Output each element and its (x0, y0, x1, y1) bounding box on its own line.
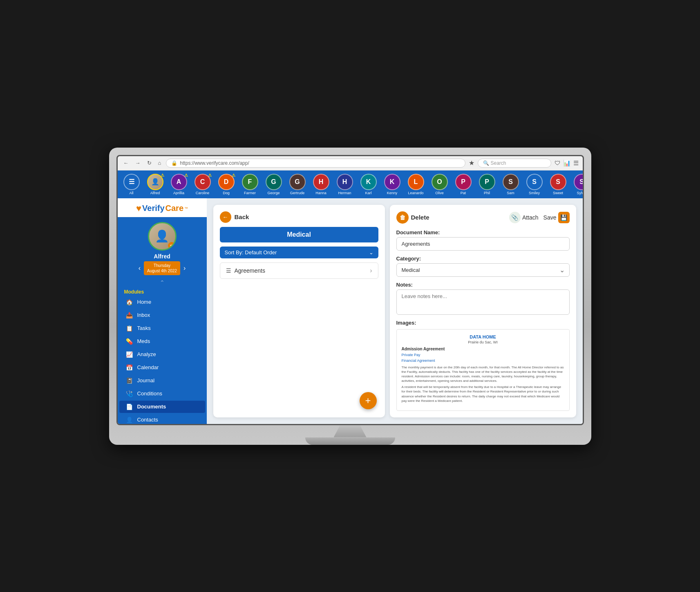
sidebar-item-contacts[interactable]: 👤 Contacts (119, 414, 205, 424)
delete-button[interactable]: 🗑 Delete (396, 211, 429, 224)
patient-bar: ☰ All 👤 Alfred A Aprillia C Caroline D (118, 170, 583, 198)
add-document-button[interactable]: + (360, 392, 377, 409)
back-nav-button[interactable]: ← (122, 159, 130, 167)
agreements-label: Agreements (235, 267, 265, 274)
sidebar-item-label: Calendar (137, 364, 159, 370)
category-select-wrap: Medical Legal Financial ⌄ (396, 263, 570, 277)
patient-pat[interactable]: P Pat (453, 174, 474, 195)
date-display: Thursday August 4th 2022 (144, 261, 180, 275)
graph-icon: 📊 (563, 159, 571, 167)
scroll-indicator: ⌃ (118, 278, 207, 287)
patient-phil[interactable]: P Phil (476, 174, 498, 195)
address-bar[interactable]: 🔒 https://www.verifycare.com/app/ (166, 159, 465, 168)
content-area: ← Back Medical Sort By: Default Order ⌄ … (207, 198, 583, 424)
sidebar-item-tasks[interactable]: 📋 Tasks (119, 322, 205, 334)
patient-dog[interactable]: D Dog (216, 174, 237, 195)
patient-sweet[interactable]: S Sweet (548, 174, 569, 195)
sidebar-item-label: Analyze (137, 351, 156, 357)
doc-section-title: Admission Agreement (402, 347, 564, 351)
doc-body: The monthly payment is due on the 20th d… (402, 365, 564, 383)
documents-icon: 📄 (126, 404, 133, 410)
sidebar-item-calendar[interactable]: 📅 Calendar (119, 361, 205, 374)
app-logo: ♥ VerifyCare™ (118, 198, 207, 217)
sidebar-item-meds[interactable]: 💊 Meds (119, 335, 205, 348)
notes-textarea[interactable] (396, 289, 570, 315)
sidebar-item-label: Meds (137, 338, 150, 344)
save-button[interactable]: Save 💾 (543, 212, 570, 223)
analyze-icon: 📈 (126, 351, 133, 358)
journal-icon: 📓 (126, 377, 133, 384)
stand-neck (334, 425, 367, 437)
patient-sylvia[interactable]: S Sylvia (571, 174, 583, 195)
profile-date-nav: ‹ Thursday August 4th 2022 › (137, 261, 188, 275)
home-button[interactable]: ⌂ (157, 159, 163, 167)
sort-button[interactable]: Sort By: Default Order ⌄ (220, 247, 378, 258)
monitor-stand (116, 425, 584, 445)
patient-hanna[interactable]: H Hanna (311, 174, 332, 195)
sidebar-item-analyze[interactable]: 📈 Analyze (119, 348, 205, 361)
bookmark-icon: ★ (469, 159, 474, 167)
sidebar-item-label: Inbox (137, 312, 150, 318)
document-name-label: Document Name: (396, 229, 570, 235)
chevron-right-icon: › (370, 267, 372, 274)
shield-icon: 🛡 (555, 159, 561, 167)
patient-george[interactable]: G George (263, 174, 284, 195)
profile-edit-icon[interactable]: ✏ (168, 242, 175, 249)
sidebar-item-conditions[interactable]: 🩺 Conditions (119, 388, 205, 400)
agreements-row[interactable]: ☰ Agreements › (220, 262, 378, 279)
sidebar-item-home[interactable]: 🏠 Home (119, 296, 205, 308)
chevron-down-icon: ⌄ (369, 249, 373, 256)
date-prev-button[interactable]: ‹ (137, 265, 142, 272)
contacts-icon: 👤 (126, 417, 133, 423)
home-icon: 🏠 (126, 299, 133, 305)
profile-avatar[interactable]: 👤 ✏ (148, 222, 177, 251)
sidebar-item-inbox[interactable]: 📥 Inbox (119, 309, 205, 321)
save-icon: 💾 (558, 212, 570, 223)
attach-button[interactable]: 📎 Attach (509, 212, 539, 223)
patient-aprillia[interactable]: A Aprillia (168, 174, 190, 195)
right-panel: 🗑 Delete 📎 Attach Save 💾 (390, 205, 576, 417)
paperclip-icon: 📎 (509, 212, 521, 223)
patient-gertrude[interactable]: G Gertrude (287, 174, 308, 195)
conditions-icon: 🩺 (126, 390, 133, 397)
refresh-button[interactable]: ↻ (145, 159, 153, 167)
category-select[interactable]: Medical Legal Financial (396, 263, 570, 277)
category-label: Category: (396, 256, 570, 262)
sidebar-item-label: Documents (137, 404, 166, 410)
right-panel-header: 🗑 Delete 📎 Attach Save 💾 (396, 211, 570, 224)
stand-base (305, 437, 395, 445)
medical-button[interactable]: Medical (220, 227, 378, 242)
sidebar-profile: 👤 ✏ Alfred ‹ Thursday August 4th 2022 › (118, 217, 207, 278)
inbox-icon: 📥 (126, 312, 133, 318)
sidebar-item-documents[interactable]: 📄 Documents (119, 401, 205, 413)
patient-karl[interactable]: K Karl (358, 174, 379, 195)
date-next-button[interactable]: › (182, 265, 187, 272)
sidebar: ♥ VerifyCare™ 👤 ✏ Alfred ‹ (118, 198, 207, 424)
patient-olive[interactable]: O Olive (429, 174, 450, 195)
patient-sam[interactable]: S Sam (500, 174, 521, 195)
lock-icon: 🔒 (171, 160, 177, 166)
patient-kenny[interactable]: K Kenny (382, 174, 403, 195)
patient-alfred[interactable]: 👤 Alfred (145, 174, 166, 195)
patient-smiley[interactable]: S Smiley (524, 174, 545, 195)
patient-herman[interactable]: H Herman (334, 174, 356, 195)
doc-sublink: Financial Agreement (402, 359, 564, 363)
patient-farmer[interactable]: F Farmer (239, 174, 261, 195)
patient-leanardo[interactable]: L Leanardo (405, 174, 427, 195)
doc-title: DATA HOME (402, 334, 564, 339)
document-name-input[interactable] (396, 237, 570, 251)
menu-icon: ☰ (573, 159, 579, 167)
doc-body2: A resident that will be temporarily abse… (402, 385, 564, 403)
logo-heart-icon: ♥ (136, 203, 141, 214)
calendar-icon: 📅 (126, 364, 133, 371)
forward-nav-button[interactable]: → (134, 159, 142, 167)
sidebar-item-label: Contacts (137, 417, 158, 423)
notes-label: Notes: (396, 282, 570, 288)
browser-menu-icons: 🛡 📊 ☰ (555, 159, 579, 167)
patient-caroline[interactable]: C Caroline (192, 174, 213, 195)
sidebar-item-journal[interactable]: 📓 Journal (119, 374, 205, 387)
browser-search-bar[interactable]: 🔍 Search (478, 159, 551, 168)
sidebar-item-label: Tasks (137, 325, 151, 331)
patient-all[interactable]: ☰ All (121, 174, 142, 195)
back-button[interactable]: ← Back (220, 211, 378, 223)
